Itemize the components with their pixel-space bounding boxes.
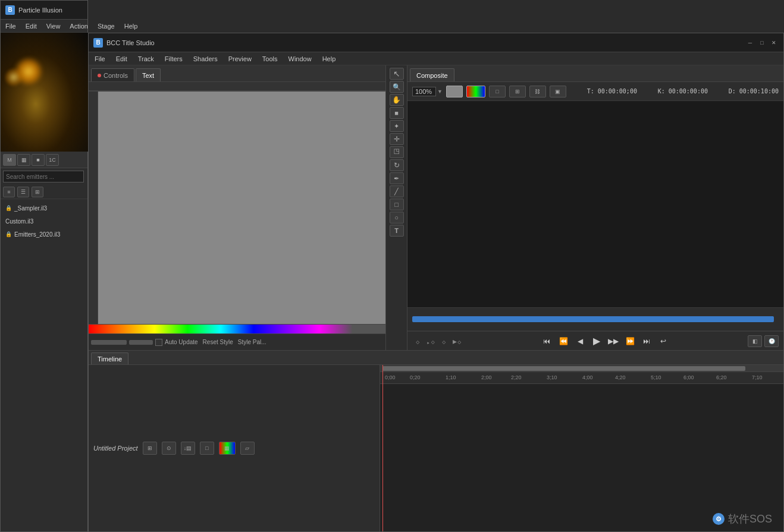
- bcc-tl-rect-btn[interactable]: □: [200, 442, 214, 455]
- bcc-pb-prev-key-btn[interactable]: ⏪: [556, 334, 570, 348]
- pi-tb-square-btn[interactable]: ■: [32, 154, 45, 166]
- bcc-tl-scrollbar[interactable]: [380, 365, 783, 372]
- bcc-menu-tools[interactable]: Tools: [260, 55, 280, 63]
- bcc-tl-left-panel: Untitled Project ⊞ ⊙ ↓▤ □ ▦ ▱: [89, 365, 380, 531]
- bcc-minimize-btn[interactable]: ─: [745, 38, 755, 48]
- pi-menu-view[interactable]: View: [44, 22, 63, 30]
- pi-lock-icon-3: 🔒: [5, 231, 12, 237]
- bcc-ct-grey-btn[interactable]: [446, 86, 463, 97]
- tool-transform[interactable]: ◱: [390, 146, 404, 158]
- bcc-key-icon-1[interactable]: ⬦: [412, 336, 423, 347]
- pi-menu-action[interactable]: Action: [67, 22, 90, 30]
- bcc-close-btn[interactable]: ✕: [769, 38, 779, 48]
- pi-toolbar: M ▦ ■ 1C: [1, 152, 87, 168]
- pi-menu-file[interactable]: File: [3, 22, 18, 30]
- bcc-style-pal-btn[interactable]: Style Pal...: [238, 339, 266, 345]
- bcc-zoom-dropdown[interactable]: ▼: [437, 89, 443, 95]
- bcc-menu-shaders[interactable]: Shaders: [191, 55, 220, 63]
- bcc-menu-preview[interactable]: Preview: [226, 55, 254, 63]
- tool-arrow[interactable]: ↖: [390, 68, 404, 80]
- bcc-slider-1[interactable]: [91, 340, 127, 345]
- bcc-tab-composite[interactable]: Composite: [410, 68, 454, 81]
- bcc-in-point-btn[interactable]: ◧: [748, 335, 762, 347]
- pi-emitter-item-2020[interactable]: 🔒 Emitters_2020.il3: [1, 228, 87, 241]
- pi-tb-grid-btn[interactable]: ▦: [17, 154, 30, 166]
- watermark-text: 软件SOS: [728, 512, 772, 526]
- tool-zoom[interactable]: 🔍: [390, 81, 404, 93]
- tool-rotate[interactable]: ↻: [390, 159, 404, 171]
- bcc-checkbox-autoupdate[interactable]: [155, 339, 162, 346]
- pi-emitter-name-2: Custom.il3: [5, 218, 33, 225]
- bcc-key-icon-4[interactable]: ▸⬦: [451, 336, 462, 347]
- pi-menu-edit[interactable]: Edit: [23, 22, 39, 30]
- pi-lt-grid-btn[interactable]: ⊞: [32, 187, 43, 197]
- bcc-menu-edit[interactable]: Edit: [114, 55, 130, 63]
- bcc-tl-import-btn[interactable]: ↓▤: [181, 442, 195, 455]
- bcc-tl-scrollbar-thumb[interactable]: [382, 366, 745, 371]
- pi-menu-help[interactable]: Help: [122, 22, 140, 30]
- bcc-clock-btn[interactable]: 🕐: [764, 335, 779, 347]
- bcc-titlebar: B BCC Title Studio ─ □ ✕: [89, 33, 783, 52]
- bcc-menu-track[interactable]: Track: [136, 55, 156, 63]
- bcc-tab-controls[interactable]: Controls: [91, 68, 134, 81]
- bcc-composite-tab-label: Composite: [416, 72, 448, 79]
- bcc-main: Controls Text // Draw tick marks inline: [89, 65, 783, 531]
- tool-rect[interactable]: ■: [390, 107, 404, 119]
- pi-tb-1c-btn[interactable]: 1C: [46, 154, 59, 166]
- bcc-ct-fit-btn[interactable]: ⊞: [509, 86, 526, 97]
- bcc-pb-ffwd-btn[interactable]: ⏩: [623, 334, 637, 348]
- bcc-pb-play-btn[interactable]: ▶: [589, 334, 604, 348]
- pi-search-input[interactable]: [3, 171, 84, 182]
- bcc-ct-link-btn[interactable]: ⛓: [529, 86, 546, 97]
- bcc-menubar: File Edit Track Filters Shaders Preview …: [89, 52, 783, 65]
- tool-rect-outline[interactable]: □: [390, 199, 404, 210]
- bcc-key-icon-3[interactable]: ⬦: [438, 336, 449, 347]
- bcc-app-icon: B: [93, 38, 103, 48]
- bcc-tl-tab-timeline[interactable]: Timeline: [91, 352, 128, 364]
- tool-move[interactable]: ✛: [390, 133, 404, 145]
- bcc-ct-rect-btn[interactable]: □: [489, 86, 506, 97]
- pi-emitter-item-custom[interactable]: Custom.il3: [1, 215, 87, 228]
- bcc-menu-filters[interactable]: Filters: [162, 55, 185, 63]
- tool-sun[interactable]: ✦: [390, 120, 404, 132]
- bcc-editor-tabs: Controls Text: [89, 65, 385, 82]
- bcc-menu-window[interactable]: Window: [286, 55, 314, 63]
- pi-lt-list2-btn[interactable]: ☰: [17, 187, 29, 197]
- bcc-tl-colorbars-btn[interactable]: ▦: [219, 442, 236, 455]
- bcc-pb-loop-btn[interactable]: ↩: [656, 334, 670, 348]
- bcc-tab-controls-label: Controls: [104, 72, 128, 79]
- ruler-label-3: 2;00: [481, 374, 492, 380]
- pi-menu-stage[interactable]: Stage: [95, 22, 117, 30]
- bcc-pb-prev-btn[interactable]: ◀: [573, 334, 587, 348]
- pi-emitter-item-sampler[interactable]: 🔒 _Sampler.il3: [1, 202, 87, 215]
- bcc-timeline-tabs: Timeline: [89, 351, 783, 365]
- pi-lt-list1-btn[interactable]: ≡: [3, 187, 15, 197]
- bcc-scrubber[interactable]: [412, 316, 774, 322]
- bcc-slider-2[interactable]: [129, 340, 153, 345]
- bcc-timeline: Timeline Untitled Project ⊞ ⊙ ↓▤ □ ▦ ▱: [89, 351, 783, 531]
- bcc-ct-view-btn[interactable]: ▣: [550, 86, 566, 97]
- tool-pan[interactable]: ✋: [390, 94, 404, 106]
- bcc-menu-help[interactable]: Help: [320, 55, 338, 63]
- tool-line[interactable]: ╱: [390, 185, 404, 197]
- tool-pen[interactable]: ✒: [390, 172, 404, 184]
- bcc-ct-color-btn[interactable]: [466, 86, 485, 97]
- bcc-maximize-btn[interactable]: □: [757, 38, 767, 48]
- bcc-pb-last-btn[interactable]: ⏭: [639, 334, 654, 348]
- bcc-tab-text[interactable]: Text: [136, 68, 161, 81]
- bcc-key-icon-2[interactable]: ⬦◂: [425, 336, 436, 347]
- pi-tb-m-btn[interactable]: M: [3, 154, 16, 166]
- bcc-menu-file[interactable]: File: [92, 55, 108, 63]
- tool-text[interactable]: T: [390, 225, 404, 237]
- bcc-pb-next-btn[interactable]: ▶▶: [606, 334, 620, 348]
- tool-circle[interactable]: ○: [390, 212, 404, 223]
- ruler-label-9: 6;00: [683, 374, 694, 380]
- bcc-tl-grid-btn[interactable]: ⊞: [143, 442, 157, 455]
- bcc-tl-folder-btn[interactable]: ▱: [240, 442, 255, 455]
- pi-titlebar: B Particle Illusion: [1, 1, 87, 20]
- bcc-tl-camera-btn[interactable]: ⊙: [162, 442, 176, 455]
- ruler-label-11: 7;10: [752, 374, 763, 380]
- ruler-label-2: 1;10: [446, 374, 456, 380]
- bcc-reset-style-btn[interactable]: Reset Style: [203, 339, 233, 345]
- bcc-pb-first-btn[interactable]: ⏮: [540, 334, 554, 348]
